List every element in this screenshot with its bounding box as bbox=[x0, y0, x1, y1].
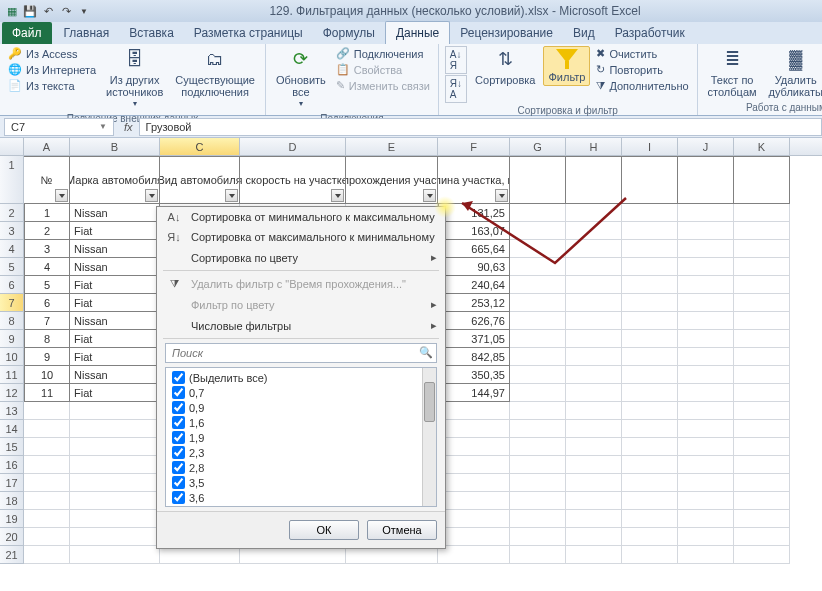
empty-cell[interactable] bbox=[510, 240, 566, 258]
empty-cell[interactable] bbox=[510, 528, 566, 546]
header-cell[interactable]: Марка автомобиля bbox=[70, 156, 160, 204]
scrollbar[interactable] bbox=[422, 368, 436, 506]
col-head-D[interactable]: D bbox=[240, 138, 346, 155]
empty-cell[interactable] bbox=[510, 546, 566, 564]
cell[interactable]: 350,35 bbox=[438, 366, 510, 384]
scrollbar-thumb[interactable] bbox=[424, 382, 435, 422]
empty-cell[interactable] bbox=[70, 492, 160, 510]
empty-cell[interactable] bbox=[510, 366, 566, 384]
cell[interactable]: 90,63 bbox=[438, 258, 510, 276]
cell[interactable]: Fiat bbox=[70, 222, 160, 240]
empty-cell[interactable] bbox=[566, 312, 622, 330]
empty-cell[interactable] bbox=[566, 438, 622, 456]
empty-cell[interactable] bbox=[622, 384, 678, 402]
sort-asc-item[interactable]: A↓Сортировка от минимального к максималь… bbox=[157, 207, 445, 227]
empty-cell[interactable] bbox=[622, 366, 678, 384]
select-all-corner[interactable] bbox=[0, 138, 24, 155]
cell[interactable]: 163,07 bbox=[438, 222, 510, 240]
empty-cell[interactable] bbox=[734, 312, 790, 330]
empty-cell[interactable] bbox=[510, 294, 566, 312]
empty-cell[interactable] bbox=[510, 312, 566, 330]
empty-cell[interactable] bbox=[678, 156, 734, 204]
col-head-I[interactable]: I bbox=[622, 138, 678, 155]
empty-cell[interactable] bbox=[678, 438, 734, 456]
filter-value-item[interactable]: 3,6 bbox=[170, 490, 418, 505]
tab-dev[interactable]: Разработчик bbox=[605, 22, 695, 44]
tab-review[interactable]: Рецензирование bbox=[450, 22, 563, 44]
empty-cell[interactable] bbox=[734, 258, 790, 276]
empty-cell[interactable] bbox=[734, 294, 790, 312]
empty-cell[interactable] bbox=[510, 204, 566, 222]
row-head[interactable]: 21 bbox=[0, 546, 24, 564]
cell[interactable]: Nissan bbox=[70, 312, 160, 330]
empty-cell[interactable] bbox=[622, 510, 678, 528]
empty-cell[interactable] bbox=[438, 474, 510, 492]
empty-cell[interactable] bbox=[678, 366, 734, 384]
sort-button[interactable]: ⇅Сортировка bbox=[471, 46, 539, 88]
cell[interactable]: 626,76 bbox=[438, 312, 510, 330]
row-head[interactable]: 19 bbox=[0, 510, 24, 528]
existing-conn-button[interactable]: 🗂Существующие подключения bbox=[171, 46, 259, 100]
row-head[interactable]: 16 bbox=[0, 456, 24, 474]
checkbox[interactable] bbox=[172, 476, 185, 489]
header-cell[interactable]: Средняя скорость на участке, км/час bbox=[240, 156, 346, 204]
empty-cell[interactable] bbox=[566, 456, 622, 474]
row-head[interactable]: 1 bbox=[0, 156, 24, 204]
connections-button[interactable]: 🔗Подключения bbox=[334, 46, 432, 61]
cell[interactable]: 11 bbox=[24, 384, 70, 402]
empty-cell[interactable] bbox=[510, 510, 566, 528]
empty-cell[interactable] bbox=[622, 276, 678, 294]
empty-cell[interactable] bbox=[622, 204, 678, 222]
empty-cell[interactable] bbox=[678, 240, 734, 258]
empty-cell[interactable] bbox=[24, 420, 70, 438]
cell[interactable]: Nissan bbox=[70, 366, 160, 384]
empty-cell[interactable] bbox=[510, 420, 566, 438]
empty-cell[interactable] bbox=[438, 456, 510, 474]
filter-dropdown-icon[interactable] bbox=[55, 189, 68, 202]
col-head-J[interactable]: J bbox=[678, 138, 734, 155]
empty-cell[interactable] bbox=[734, 240, 790, 258]
col-head-F[interactable]: F bbox=[438, 138, 510, 155]
empty-cell[interactable] bbox=[566, 348, 622, 366]
empty-cell[interactable] bbox=[678, 222, 734, 240]
empty-cell[interactable] bbox=[734, 456, 790, 474]
empty-cell[interactable] bbox=[622, 546, 678, 564]
ok-button[interactable]: ОК bbox=[289, 520, 359, 540]
filter-value-item[interactable]: 0,7 bbox=[170, 385, 418, 400]
empty-cell[interactable] bbox=[566, 156, 622, 204]
row-head[interactable]: 11 bbox=[0, 366, 24, 384]
empty-cell[interactable] bbox=[622, 420, 678, 438]
filter-dropdown-icon[interactable] bbox=[331, 189, 344, 202]
tab-file[interactable]: Файл bbox=[2, 22, 52, 44]
empty-cell[interactable] bbox=[566, 528, 622, 546]
empty-cell[interactable] bbox=[24, 402, 70, 420]
empty-cell[interactable] bbox=[734, 222, 790, 240]
cell[interactable]: 665,64 bbox=[438, 240, 510, 258]
cell[interactable]: 131,25 bbox=[438, 204, 510, 222]
tab-view[interactable]: Вид bbox=[563, 22, 605, 44]
text-to-columns-button[interactable]: ≣Текст по столбцам bbox=[704, 46, 761, 100]
cell[interactable]: 2 bbox=[24, 222, 70, 240]
empty-cell[interactable] bbox=[24, 492, 70, 510]
empty-cell[interactable] bbox=[24, 546, 70, 564]
other-sources-button[interactable]: 🗄Из других источников▾ bbox=[102, 46, 167, 111]
col-head-A[interactable]: A bbox=[24, 138, 70, 155]
empty-cell[interactable] bbox=[622, 492, 678, 510]
reapply-button[interactable]: ↻Повторить bbox=[594, 62, 690, 77]
cell[interactable]: 4 bbox=[24, 258, 70, 276]
cell[interactable]: 10 bbox=[24, 366, 70, 384]
empty-cell[interactable] bbox=[622, 156, 678, 204]
empty-cell[interactable] bbox=[622, 456, 678, 474]
empty-cell[interactable] bbox=[566, 240, 622, 258]
row-head[interactable]: 7 bbox=[0, 294, 24, 312]
fx-icon[interactable]: fx bbox=[118, 121, 139, 133]
filter-button[interactable]: Фильтр bbox=[543, 46, 590, 86]
empty-cell[interactable] bbox=[678, 294, 734, 312]
empty-cell[interactable] bbox=[622, 240, 678, 258]
empty-cell[interactable] bbox=[678, 384, 734, 402]
name-box[interactable]: C7▼ bbox=[4, 118, 114, 136]
empty-cell[interactable] bbox=[510, 474, 566, 492]
col-head-K[interactable]: K bbox=[734, 138, 790, 155]
dropdown-icon[interactable]: ▼ bbox=[99, 122, 107, 131]
filter-value-item[interactable]: 1,6 bbox=[170, 415, 418, 430]
